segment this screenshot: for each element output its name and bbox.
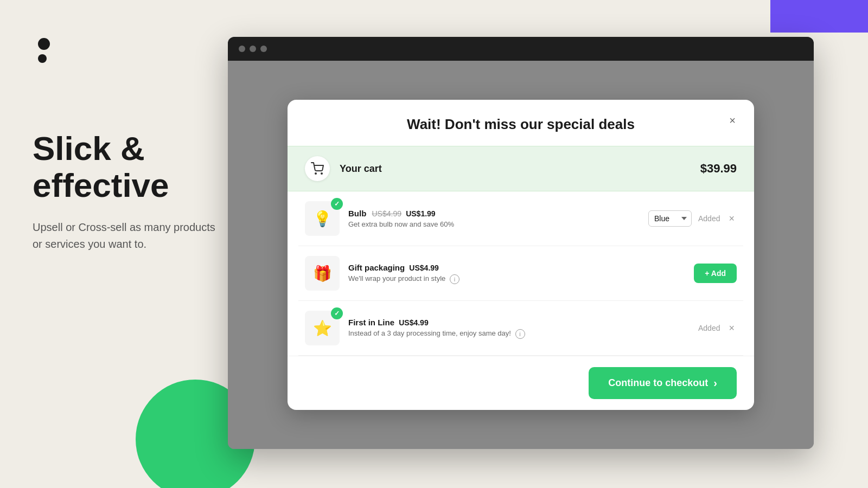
first-in-line-remove-button[interactable]: × [726, 320, 737, 336]
headline: Slick & effective [33, 130, 222, 204]
gift-actions: + Add [694, 264, 737, 283]
product-name-gift: Gift packaging US$4.99 [348, 263, 685, 272]
product-thumb-gift: 🎁 [305, 256, 340, 291]
gift-info-icon[interactable]: i [450, 274, 459, 284]
bulb-old-price: US$4.99 [372, 209, 401, 218]
product-item-gift: 🎁 Gift packaging US$4.99 We'll wrap your… [298, 246, 743, 301]
bulb-variant-select[interactable]: Blue White Yellow [648, 210, 692, 227]
logo-dot-large [38, 38, 50, 50]
logo-dot-small [38, 54, 47, 63]
modal: Wait! Don't miss our special deals × You… [288, 100, 754, 410]
product-info-first-in-line: First in Line US$4.99 Instead of a 3 day… [348, 318, 690, 339]
first-in-line-actions: Added × [698, 320, 737, 336]
first-in-line-description: Instead of a 3 day processing time, enjo… [348, 329, 690, 339]
cart-icon [311, 162, 324, 175]
modal-title: Wait! Don't miss our special deals [407, 116, 635, 132]
left-panel: Slick & effective Upsell or Cross-sell a… [33, 130, 222, 253]
browser-content: Wait! Don't miss our special deals × You… [228, 61, 814, 449]
product-item-first-in-line: ⭐ ✓ First in Line US$4.99 Instead of a 3… [298, 301, 743, 356]
product-info-gift: Gift packaging US$4.99 We'll wrap your p… [348, 263, 685, 284]
first-in-line-info-icon[interactable]: i [515, 329, 525, 339]
check-badge-first-in-line: ✓ [331, 307, 343, 319]
purple-accent-decoration [770, 0, 868, 33]
gift-price: US$4.99 [409, 264, 438, 272]
product-info-bulb: Bulb US$4.99 US$1.99 Get extra bulb now … [348, 209, 640, 228]
checkout-button[interactable]: Continue to checkout › [589, 367, 737, 399]
checkout-button-label: Continue to checkout [608, 377, 708, 389]
product-thumb-gift-wrap: 🎁 [305, 256, 340, 291]
gift-add-button[interactable]: + Add [694, 264, 737, 283]
bulb-new-price: US$1.99 [406, 209, 435, 218]
cart-label: Your cart [340, 163, 382, 175]
product-name-first-in-line: First in Line US$4.99 [348, 318, 690, 327]
bulb-name-text: Bulb [348, 209, 366, 218]
bulb-added-label: Added [698, 214, 720, 223]
svg-point-0 [315, 173, 316, 174]
product-thumb-first-in-line-wrap: ⭐ ✓ [305, 311, 340, 345]
subtext: Upsell or Cross-sell as many products or… [33, 219, 222, 253]
product-name-bulb: Bulb US$4.99 US$1.99 [348, 209, 640, 218]
check-badge-bulb: ✓ [331, 198, 343, 210]
bulb-description: Get extra bulb now and save 60% [348, 220, 640, 228]
svg-point-1 [321, 173, 322, 174]
product-item-bulb: 💡 ✓ Bulb US$4.99 US$1.99 Get extra bulb … [298, 191, 743, 246]
first-in-line-added-label: Added [698, 324, 720, 332]
modal-header: Wait! Don't miss our special deals × [288, 100, 754, 146]
modal-footer: Continue to checkout › [288, 356, 754, 410]
first-in-line-name-text: First in Line [348, 318, 394, 327]
checkout-arrow-icon: › [713, 377, 717, 389]
first-in-line-price: US$4.99 [399, 318, 428, 327]
cart-header: Your cart $39.99 [288, 146, 754, 191]
cart-icon-wrap [305, 156, 330, 181]
modal-close-button[interactable]: × [724, 112, 741, 129]
cart-header-left: Your cart [305, 156, 382, 181]
browser-dot-1 [239, 46, 245, 52]
cart-total: $39.99 [700, 162, 737, 176]
product-list: 💡 ✓ Bulb US$4.99 US$1.99 Get extra bulb … [288, 191, 754, 356]
browser-bar [228, 37, 814, 61]
bulb-actions: Blue White Yellow Added × [648, 210, 737, 227]
gift-description: We'll wrap your product in style i [348, 274, 685, 284]
logo [38, 38, 50, 67]
browser-window: Wait! Don't miss our special deals × You… [228, 37, 814, 449]
bulb-remove-button[interactable]: × [726, 211, 737, 227]
browser-dot-2 [250, 46, 256, 52]
gift-name-text: Gift packaging [348, 263, 405, 272]
browser-dot-3 [260, 46, 267, 52]
product-thumb-bulb-wrap: 💡 ✓ [305, 201, 340, 236]
